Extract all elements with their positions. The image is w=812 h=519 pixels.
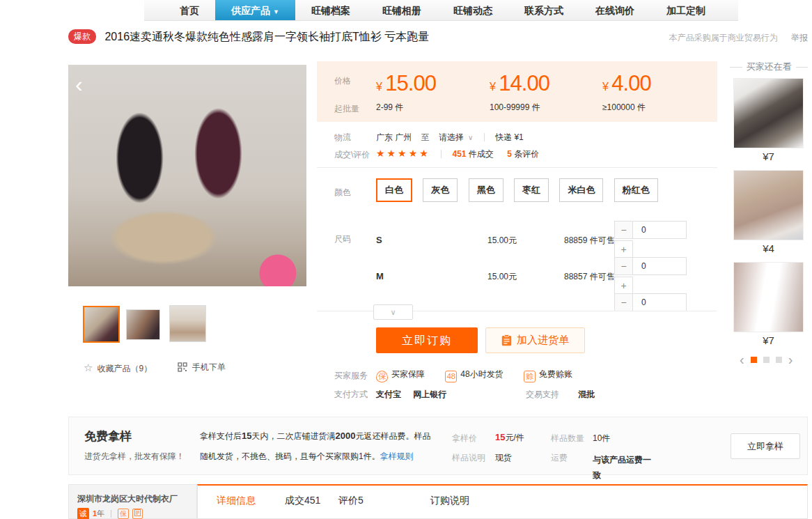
nav-item-products[interactable]: 供应产品▼ — [215, 0, 295, 20]
nav-item-products-label: 供应产品 — [231, 5, 270, 16]
deals-text: 件成交 — [469, 149, 494, 159]
related-product-3-price: ¥7 — [733, 334, 804, 346]
color-option-jujube[interactable]: 枣红 — [514, 178, 549, 202]
favorite-product[interactable]: ☆收藏产品（9） — [84, 362, 152, 375]
nav-item-custom[interactable]: 加工定制 — [650, 0, 721, 20]
report-link[interactable]: 举报 — [791, 33, 808, 42]
service-free-credit[interactable]: 赊免费赊账 — [524, 369, 572, 379]
related-product-2-image[interactable] — [733, 170, 804, 240]
pager-next-icon[interactable]: › — [788, 354, 793, 365]
thumbnail-3[interactable] — [169, 305, 206, 342]
image-prev-arrow-icon[interactable]: ‹ — [75, 73, 83, 95]
service-guarantee[interactable]: 保买家保障 — [376, 369, 425, 379]
size-label: 尺码 — [334, 233, 351, 245]
divider — [730, 67, 742, 68]
moq-label: 起批量 — [334, 103, 359, 115]
deals-count: 451 — [452, 149, 466, 159]
rating-label: 成交\评价 — [334, 149, 370, 161]
related-product-2-price: ¥4 — [733, 242, 804, 254]
reviews-link[interactable]: 条评价 — [514, 149, 539, 159]
destination-select[interactable]: 请选择∨ — [439, 132, 473, 142]
expand-sizes-button[interactable]: ∨ — [373, 304, 413, 320]
size-price: 15.00元 — [487, 235, 517, 247]
add-to-purchase-list-button[interactable]: 加入进货单 — [485, 327, 585, 353]
order-now-button[interactable]: 立即订购 — [376, 327, 478, 353]
price-tier-2: ¥ 14.00 — [490, 71, 549, 96]
pager-dot-2[interactable] — [763, 357, 770, 363]
color-option-offwhite[interactable]: 米白色 — [559, 178, 603, 202]
tab-deals[interactable]: 成交451 — [285, 486, 320, 515]
color-options: 白色 灰色 黑色 枣红 米白色 粉红色 — [376, 178, 666, 202]
sample-desc-bold: 2000 — [335, 431, 355, 441]
nav-item-contact[interactable]: 联系方式 — [508, 0, 579, 20]
minus-button[interactable]: − — [614, 221, 633, 239]
seller-badges: 诚 1年 保 — [77, 508, 143, 519]
pager-prev-icon[interactable]: ‹ — [740, 354, 744, 365]
color-option-white[interactable]: 白色 — [376, 178, 412, 202]
mobile-order[interactable]: 手机下单 — [178, 362, 226, 373]
tab-order-instructions[interactable]: 订购说明 — [430, 486, 469, 515]
plus-button[interactable]: + — [614, 240, 633, 258]
quantity-input-m[interactable] — [633, 257, 687, 275]
nav-item-home[interactable]: 首页 — [164, 0, 215, 20]
48h-badge-icon: 48 — [445, 371, 457, 382]
size-name: S — [376, 235, 382, 245]
sample-freight-label: 运费 — [551, 452, 568, 464]
size-price: 15.00元 — [487, 271, 517, 283]
star-outline-icon: ☆ — [84, 362, 93, 373]
color-option-gray[interactable]: 灰色 — [423, 178, 458, 202]
related-product-1-price: ¥7 — [733, 150, 804, 162]
main-product-image: ‹ — [68, 65, 306, 286]
pager-dot-3[interactable] — [776, 357, 782, 363]
size-name: M — [376, 271, 384, 281]
currency-symbol: ¥ — [490, 81, 496, 93]
sample-rules-link[interactable]: 拿样规则 — [380, 451, 414, 461]
tab-reviews[interactable]: 评价5 — [338, 486, 364, 515]
service-48h-shipping[interactable]: 4848小时发货 — [445, 369, 503, 379]
service-text: 免费赊账 — [539, 369, 572, 379]
service-text: 48小时发货 — [460, 369, 503, 379]
nav-item-shop-album[interactable]: 旺铺相册 — [366, 0, 437, 20]
thumbnail-1[interactable] — [83, 306, 120, 343]
sample-note-value: 现货 — [495, 452, 512, 464]
hot-badge: 爆款 — [68, 29, 96, 44]
nav-item-shop-news[interactable]: 旺铺动态 — [437, 0, 508, 20]
payment-row: 支付宝 网上银行 — [376, 389, 456, 401]
minus-button[interactable]: − — [614, 257, 633, 275]
moq-range-2: 100-99999 件 — [490, 102, 540, 114]
cert-doc-icon — [132, 509, 143, 519]
quantity-input-3[interactable] — [633, 293, 687, 311]
logistics-row: 广东 广州 至 请选择∨ 快递 ¥1 — [376, 132, 524, 144]
nav-item-shop-profile[interactable]: 旺铺档案 — [295, 0, 366, 20]
sample-desc-bold: 15 — [242, 431, 251, 441]
nav-item-inquiry[interactable]: 在线询价 — [579, 0, 650, 20]
related-product-1-image[interactable] — [733, 78, 804, 148]
trade-notice: 本产品采购属于商业贸易行为 举报 — [669, 32, 808, 44]
price-tier-1: ¥ 15.00 — [376, 71, 436, 96]
logistics-label: 物流 — [334, 132, 351, 144]
related-product-3-image[interactable] — [733, 262, 804, 332]
sample-price-value: 15元/件 — [495, 432, 524, 444]
free-sample-section: 免费拿样 进货先拿样，批发有保障！ 拿样支付后15天内，二次店铺进货满2000元… — [68, 417, 808, 475]
rating-row: ★★★★★ 451 件成交 5 条评价 — [376, 148, 539, 160]
trade-support-label: 交易支持 — [526, 389, 559, 401]
seller-info-box: 深圳市龙岗区大时代制衣厂 诚 1年 保 — [68, 484, 197, 519]
get-sample-button[interactable]: 立即拿样 — [731, 433, 800, 459]
quantity-input-s[interactable] — [633, 221, 687, 239]
seller-name[interactable]: 深圳市龙岗区大时代制衣厂 — [77, 493, 178, 505]
plus-button[interactable]: + — [614, 277, 633, 295]
favorite-label: 收藏产品（9） — [97, 364, 152, 373]
related-products-header: 买家还在看 — [730, 61, 808, 73]
color-option-black[interactable]: 黑色 — [469, 178, 503, 202]
pager-dot-1[interactable] — [751, 357, 757, 363]
price-amount: 14.00 — [499, 71, 549, 95]
moq-range-3: ≥100000 件 — [602, 102, 646, 114]
minus-button[interactable]: − — [614, 293, 633, 311]
color-option-pink[interactable]: 粉红色 — [614, 178, 658, 202]
thumbnail-2[interactable] — [126, 309, 160, 340]
guarantee-badge-icon: 保 — [376, 371, 388, 382]
tab-detail-info[interactable]: 详细信息 — [217, 486, 256, 515]
sample-title: 免费拿样 — [84, 428, 132, 444]
sample-freight-value: 与该产品运费一致 — [593, 452, 655, 483]
notice-text: 本产品采购属于商业贸易行为 — [669, 33, 778, 42]
